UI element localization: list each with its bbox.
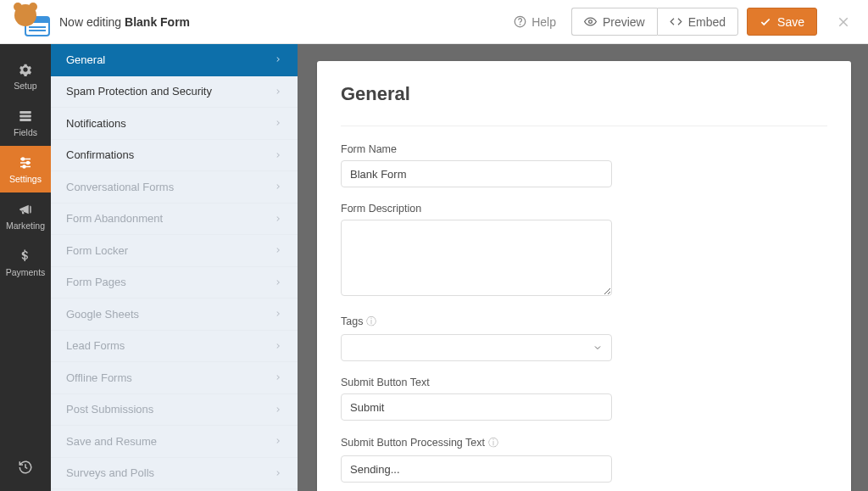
chevron-right-icon: [274, 151, 282, 159]
topbar: Now editing Blank Form Help Preview Embe…: [0, 0, 868, 44]
svg-rect-5: [19, 119, 31, 121]
help-link[interactable]: Help: [507, 15, 563, 29]
form-name-label: Form Name: [341, 143, 827, 155]
panel-item-label: General: [66, 53, 105, 66]
panel-item-surveys-and-polls[interactable]: Surveys and Polls: [51, 458, 298, 490]
page-title: General: [341, 83, 827, 105]
help-icon: [514, 15, 526, 28]
settings-side-panel: GeneralSpam Protection and SecurityNotif…: [51, 44, 298, 491]
panel-item-label: Post Submissions: [66, 403, 153, 416]
panel-item-lead-forms[interactable]: Lead Forms: [51, 331, 298, 363]
save-label: Save: [777, 15, 804, 29]
rail-label: Setup: [14, 81, 36, 91]
panel-item-label: Notifications: [66, 117, 126, 130]
save-button[interactable]: Save: [747, 8, 817, 36]
chevron-right-icon: [274, 87, 282, 96]
processing-text-input[interactable]: [341, 455, 612, 483]
panel-item-label: Confirmations: [66, 148, 134, 161]
panel-item-label: Save and Resume: [66, 435, 157, 448]
panel-item-google-sheets[interactable]: Google Sheets: [51, 299, 298, 331]
svg-point-10: [27, 161, 30, 164]
form-description-input[interactable]: [341, 220, 612, 296]
embed-button[interactable]: Embed: [657, 8, 738, 36]
rail-label: Settings: [9, 174, 42, 184]
submit-text-label: Submit Button Text: [341, 377, 827, 388]
rail-label: Payments: [6, 267, 46, 277]
chevron-right-icon: [274, 246, 282, 254]
field-form-name: Form Name: [341, 143, 827, 187]
rail-item-setup[interactable]: Setup: [0, 53, 51, 99]
field-form-description: Form Description: [341, 203, 827, 299]
svg-point-9: [22, 158, 25, 160]
chevron-right-icon: [274, 469, 282, 477]
chevron-right-icon: [274, 182, 282, 191]
help-label: Help: [531, 15, 556, 29]
form-title: Blank Form: [125, 15, 190, 29]
form-description-label: Form Description: [341, 203, 827, 215]
card-divider: [341, 126, 827, 126]
panel-item-form-locker[interactable]: Form Locker: [51, 235, 298, 267]
icon-rail: Setup Fields Settings Marketing Payments: [0, 44, 51, 491]
chevron-right-icon: [274, 278, 282, 287]
eye-icon: [584, 15, 597, 28]
chevron-right-icon: [274, 437, 282, 445]
panel-item-form-pages[interactable]: Form Pages: [51, 267, 298, 299]
rail-item-payments[interactable]: Payments: [0, 239, 51, 286]
tags-help-icon[interactable]: ⓘ: [366, 315, 376, 327]
field-processing-text: Submit Button Processing Textⓘ: [341, 436, 827, 483]
svg-rect-3: [19, 111, 31, 114]
chevron-right-icon: [274, 373, 282, 382]
svg-point-1: [520, 24, 520, 25]
form-name-input[interactable]: [341, 160, 612, 187]
panel-item-form-abandonment[interactable]: Form Abandonment: [51, 204, 298, 236]
preview-embed-group: Preview Embed: [571, 8, 738, 36]
processing-help-icon[interactable]: ⓘ: [488, 437, 498, 449]
tags-label: Tagsⓘ: [341, 315, 827, 329]
rail-history-button[interactable]: [0, 447, 51, 488]
wpforms-logo: [18, 8, 50, 36]
panel-item-label: Conversational Forms: [66, 181, 174, 193]
rail-label: Marketing: [6, 220, 45, 231]
svg-point-2: [589, 20, 593, 24]
field-submit-text: Submit Button Text: [341, 377, 827, 421]
chevron-right-icon: [274, 405, 282, 414]
submit-text-input[interactable]: [341, 393, 612, 421]
panel-item-label: Google Sheets: [66, 308, 139, 321]
panel-item-save-and-resume[interactable]: Save and Resume: [51, 426, 298, 458]
sliders-icon: [18, 155, 33, 170]
chevron-right-icon: [274, 215, 282, 223]
panel-item-label: Spam Protection and Security: [66, 85, 212, 98]
preview-label: Preview: [603, 15, 645, 29]
panel-item-conversational-forms[interactable]: Conversational Forms: [51, 171, 298, 204]
rail-item-marketing[interactable]: Marketing: [0, 192, 51, 239]
svg-point-11: [23, 165, 25, 168]
panel-item-spam-protection-and-security[interactable]: Spam Protection and Security: [51, 76, 298, 109]
chevron-right-icon: [274, 342, 282, 350]
tags-select[interactable]: [341, 334, 612, 361]
chevron-right-icon: [274, 310, 282, 318]
topbar-actions: Help Preview Embed Save: [507, 8, 856, 36]
rail-item-settings[interactable]: Settings: [0, 146, 51, 192]
rail-label: Fields: [14, 127, 37, 137]
panel-item-label: Offline Forms: [66, 371, 132, 384]
logo-area: [12, 8, 56, 36]
panel-item-label: Surveys and Polls: [66, 466, 154, 479]
panel-item-notifications[interactable]: Notifications: [51, 108, 298, 140]
editing-prefix: Now editing: [59, 15, 121, 29]
code-icon: [670, 15, 682, 28]
close-button[interactable]: [831, 9, 856, 35]
fields-icon: [18, 109, 33, 124]
rail-item-fields[interactable]: Fields: [0, 99, 51, 146]
panel-item-offline-forms[interactable]: Offline Forms: [51, 362, 298, 394]
panel-item-label: Lead Forms: [66, 339, 125, 352]
history-icon: [18, 460, 33, 475]
panel-item-label: Form Abandonment: [66, 212, 163, 225]
general-card: General Form Name Form Description Tagsⓘ…: [317, 61, 851, 491]
preview-button[interactable]: Preview: [571, 8, 657, 36]
panel-item-post-submissions[interactable]: Post Submissions: [51, 394, 298, 427]
chevron-right-icon: [274, 119, 282, 127]
panel-item-confirmations[interactable]: Confirmations: [51, 140, 298, 172]
panel-item-general[interactable]: General: [51, 44, 298, 76]
content-area: General Form Name Form Description Tagsⓘ…: [298, 44, 868, 491]
close-icon: [836, 14, 851, 30]
